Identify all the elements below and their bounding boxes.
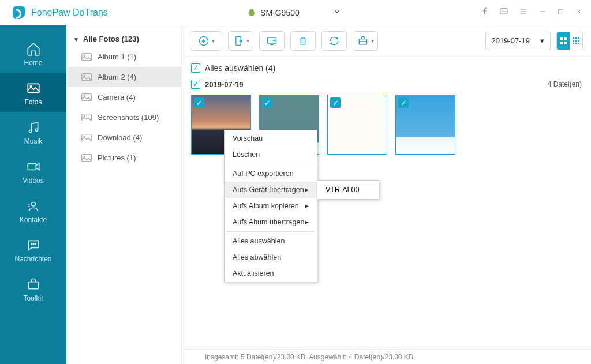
svg-rect-32 xyxy=(564,37,567,40)
group-checkbox[interactable] xyxy=(191,80,200,89)
thumbnail-checkbox[interactable] xyxy=(330,97,341,108)
svg-rect-21 xyxy=(82,114,92,121)
svg-rect-17 xyxy=(82,73,92,80)
ctx-transfer-album[interactable]: Aufs Abum übertragen▶ xyxy=(225,214,317,230)
svg-point-10 xyxy=(31,202,35,207)
svg-rect-14 xyxy=(28,282,38,289)
date-group-row[interactable]: 2019-07-19 4 Datei(en) xyxy=(191,76,582,92)
nav-toolkit[interactable]: Toolkit xyxy=(0,269,66,308)
nav-fotos[interactable]: Fotos xyxy=(0,73,66,112)
sidebar-item-pictures[interactable]: Pictures (1) xyxy=(66,148,181,168)
menu-icon[interactable] xyxy=(519,7,528,18)
ctx-transfer-device[interactable]: Aufs Gerät übertragen▶ xyxy=(225,182,317,198)
nav-home[interactable]: Home xyxy=(0,33,66,73)
toolbox-button[interactable]: ▾ xyxy=(353,31,378,51)
sidebar-item-album1[interactable]: Album 1 (1) xyxy=(66,47,181,67)
nav-musik[interactable]: Musik xyxy=(0,112,66,151)
context-submenu: VTR-AL00 xyxy=(317,180,379,200)
facebook-icon[interactable] xyxy=(481,7,489,18)
ctx-separator xyxy=(227,231,315,232)
ctx-select-all[interactable]: Alles auswählen xyxy=(225,233,317,249)
svg-point-7 xyxy=(29,130,31,132)
photo-thumbnail[interactable] xyxy=(395,95,455,155)
thumbnail-checkbox[interactable] xyxy=(262,97,272,108)
ctx-label: Aufs Album kopieren xyxy=(233,202,299,210)
album-icon xyxy=(81,73,92,81)
photo-thumbnail[interactable] xyxy=(327,95,387,155)
svg-rect-35 xyxy=(573,37,574,39)
main-nav: Home Fotos Musik Videos Kontakte Nachric… xyxy=(0,25,66,364)
svg-rect-31 xyxy=(560,37,563,40)
delete-button[interactable] xyxy=(290,31,316,51)
ctx-delete[interactable]: Löschen xyxy=(225,147,317,163)
svg-point-16 xyxy=(84,55,85,56)
chevron-down-icon: ▾ xyxy=(371,37,374,44)
sidebar-item-camera[interactable]: Camera (4) xyxy=(66,87,181,107)
feedback-icon[interactable] xyxy=(499,7,508,18)
nav-kontakte-label: Kontakte xyxy=(20,216,47,224)
svg-rect-25 xyxy=(82,154,92,161)
view-toggle xyxy=(556,32,583,50)
group-date-label: 2019-07-19 xyxy=(205,80,244,89)
home-icon xyxy=(26,42,41,55)
close-button[interactable] xyxy=(575,7,583,18)
svg-point-20 xyxy=(84,95,85,96)
ctx-label: Vorschau xyxy=(233,134,263,142)
nav-nachrichten[interactable]: Nachrichten xyxy=(0,230,66,269)
grid-large-view-button[interactable] xyxy=(557,32,570,50)
svg-rect-39 xyxy=(575,40,577,42)
submenu-arrow-icon: ▶ xyxy=(305,219,309,225)
nav-nachrichten-label: Nachrichten xyxy=(14,255,51,263)
ctx-submenu-device[interactable]: VTR-AL00 xyxy=(317,183,379,197)
sidebar-header[interactable]: ▼ Alle Fotos (123) xyxy=(66,31,181,47)
ctx-export-pc[interactable]: Auf PC exportieren xyxy=(225,166,317,182)
svg-point-26 xyxy=(84,156,85,157)
maximize-button[interactable] xyxy=(557,7,564,18)
status-text: Insgesamt: 5 Datei(en)/23.00 KB; Ausgewä… xyxy=(205,353,413,361)
album-icon xyxy=(81,154,92,162)
nav-videos[interactable]: Videos xyxy=(0,151,66,190)
device-selector[interactable]: SM-G9500 xyxy=(248,7,341,17)
sidebar-item-label: Download (4) xyxy=(98,133,142,142)
svg-point-1 xyxy=(502,10,503,11)
minimize-button[interactable] xyxy=(538,7,547,18)
thumbnail-checkbox[interactable] xyxy=(194,97,204,108)
ctx-label: Aufs Abum übertragen xyxy=(233,218,304,226)
refresh-button[interactable] xyxy=(321,31,347,51)
album-icon xyxy=(81,114,92,122)
select-all-checkbox[interactable] xyxy=(191,63,200,73)
device-name: SM-G9500 xyxy=(260,8,300,17)
svg-point-11 xyxy=(31,243,32,245)
ctx-deselect-all[interactable]: Alles abwählen xyxy=(225,249,317,265)
svg-rect-23 xyxy=(82,134,92,141)
sidebar-header-label: Alle Fotos (123) xyxy=(83,35,139,43)
sidebar-item-screenshots[interactable]: Screenshots (109) xyxy=(66,107,181,127)
ctx-refresh[interactable]: Aktualisieren xyxy=(225,265,317,282)
ctx-label: Alles abwählen xyxy=(233,253,281,261)
svg-rect-36 xyxy=(575,37,577,39)
nav-kontakte[interactable]: Kontakte xyxy=(0,190,66,230)
svg-rect-41 xyxy=(573,43,574,44)
date-filter[interactable]: 2019-07-19 ▾ xyxy=(485,32,551,50)
app-logo-icon xyxy=(13,6,25,19)
collapse-triangle-icon: ▼ xyxy=(73,36,79,43)
ctx-copy-album[interactable]: Aufs Album kopieren▶ xyxy=(225,198,317,214)
select-all-row[interactable]: Alles auswählen (4) xyxy=(191,60,582,76)
sidebar-item-album2[interactable]: Album 2 (4) xyxy=(66,67,181,87)
thumbnail-checkbox[interactable] xyxy=(398,97,409,108)
grid-small-view-button[interactable] xyxy=(570,32,582,50)
sidebar-item-download[interactable]: Download (4) xyxy=(66,127,181,148)
svg-point-3 xyxy=(505,10,506,11)
submenu-arrow-icon: ▶ xyxy=(305,203,309,209)
ctx-separator xyxy=(227,164,315,164)
add-button[interactable]: ▾ xyxy=(190,31,222,51)
album-icon xyxy=(81,134,92,142)
export-to-pc-button[interactable] xyxy=(259,31,285,51)
export-to-device-button[interactable]: ▾ xyxy=(228,31,253,51)
ctx-preview[interactable]: Vorschau xyxy=(225,130,317,147)
svg-rect-4 xyxy=(559,9,563,14)
ctx-label: Alles auswählen xyxy=(233,237,285,245)
chevron-down-icon: ▾ xyxy=(246,37,249,44)
svg-point-2 xyxy=(503,10,504,11)
status-bar: Insgesamt: 5 Datei(en)/23.00 KB; Ausgewä… xyxy=(182,349,591,364)
